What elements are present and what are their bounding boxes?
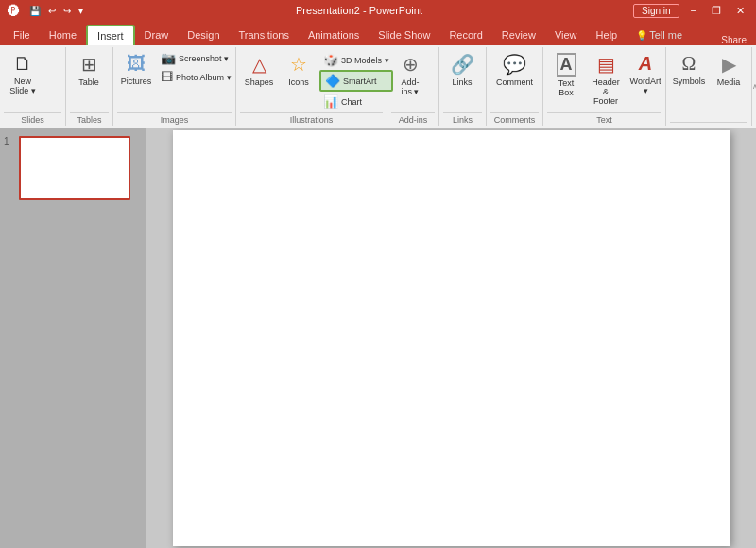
ribbon-collapse-button[interactable]: ∧ [751,47,756,126]
photo-album-label: Photo Album ▾ [176,73,232,82]
comments-group-label: Comments [490,112,539,126]
addins-label: Add-ins ▾ [401,77,419,96]
minimize-button[interactable]: − [687,5,700,16]
lightbulb-icon: 💡 [636,30,647,41]
tab-help[interactable]: Help [587,25,627,45]
tab-file[interactable]: File [4,25,40,45]
wordart-label: WordArt ▾ [630,77,662,95]
ribbon-group-tables: ⊞ Table Tables [66,47,113,126]
text-group-buttons: A TextBox ▤ Header& Footer A WordArt ▾ [547,47,662,112]
shapes-button[interactable]: △ Shapes [240,49,278,91]
icons-button[interactable]: ☆ Icons [280,49,318,91]
images-group-label: Images [117,112,232,126]
textbox-button[interactable]: A TextBox [547,49,585,101]
ribbon-group-comments: 💬 Comment Comments [487,47,543,126]
links-label: Links [452,77,472,87]
3d-models-button[interactable]: 🎲 3D Models ▾ [319,51,393,69]
media-button[interactable]: ▶ Media [710,49,747,91]
tab-animations[interactable]: Animations [299,25,369,45]
undo-qa-btn[interactable]: ↩ [46,6,58,16]
chart-icon: 📊 [323,94,338,109]
tab-design[interactable]: Design [178,25,229,45]
screenshot-button[interactable]: 📷 Screenshot ▾ [157,49,235,67]
tab-insert[interactable]: Insert [86,25,135,45]
ribbon-group-links: 🔗 Links Links [439,47,487,126]
shapes-label: Shapes [245,77,274,87]
ribbon-content: 🗋 NewSlide ▾ Slides ⊞ Table Tables 🖼 Pic [0,45,756,128]
tables-group-buttons: ⊞ Table [70,47,109,112]
comments-group-buttons: 💬 Comment [490,47,539,112]
ribbon-tab-bar: File Home Insert Draw Design Transitions… [0,21,756,45]
icons-icon: ☆ [290,53,307,76]
slide-number-1: 1 [4,136,15,146]
title-bar-left: 🅟 💾 ↩ ↪ ▾ [8,4,85,18]
new-slide-label: NewSlide ▾ [9,77,36,95]
tab-review[interactable]: Review [492,25,545,45]
links-icon: 🔗 [451,53,474,76]
new-slide-button[interactable]: 🗋 NewSlide ▾ [4,49,42,99]
screenshot-label: Screenshot ▾ [179,54,229,63]
pictures-button[interactable]: 🖼 Pictures [117,49,155,90]
addins-button[interactable]: ⊕ Add-ins ▾ [391,49,429,100]
new-slide-icon: 🗋 [13,53,32,75]
media-icon: ▶ [722,53,736,76]
smartart-icon: 🔷 [325,74,340,88]
more-qa-btn[interactable]: ▾ [77,6,85,16]
addins-icon: ⊕ [403,53,419,76]
close-button[interactable]: ✕ [732,5,748,17]
textbox-label: TextBox [558,78,575,97]
smartart-button[interactable]: 🔷 SmartArt [319,70,393,92]
links-button[interactable]: 🔗 Links [443,49,481,91]
save-qa-btn[interactable]: 💾 [27,6,43,16]
images-group-buttons: 🖼 Pictures 📷 Screenshot ▾ 🎞 Photo Album … [117,47,232,112]
photo-album-button[interactable]: 🎞 Photo Album ▾ [157,68,235,86]
slides-group-label: Slides [4,112,61,126]
chart-label: Chart [341,97,362,107]
symbols-group-buttons: Ω Symbols ▶ Media [670,47,747,122]
symbols-icon: Ω [682,53,696,75]
tab-slide-show[interactable]: Slide Show [369,25,439,45]
tab-draw[interactable]: Draw [135,25,179,45]
tab-record[interactable]: Record [439,25,491,45]
slide-canvas-area [146,128,756,548]
symbols-label: Symbols [673,77,706,86]
ribbon-group-images: 🖼 Pictures 📷 Screenshot ▾ 🎞 Photo Album … [113,47,236,126]
powerpoint-logo: 🅟 [8,4,20,18]
comment-icon: 💬 [503,53,526,76]
links-group-buttons: 🔗 Links [443,47,482,112]
quick-access-toolbar: 💾 ↩ ↪ ▾ [27,6,85,16]
table-button[interactable]: ⊞ Table [70,49,108,91]
slide-canvas[interactable] [173,130,730,546]
restore-button[interactable]: ❐ [708,5,725,17]
chart-button[interactable]: 📊 Chart [319,93,393,111]
redo-qa-btn[interactable]: ↪ [61,6,73,16]
media-label: Media [717,77,741,87]
textbox-icon: A [557,53,576,77]
slide-panel: 1 [0,128,146,548]
photo-album-icon: 🎞 [161,70,173,84]
slides-group-buttons: 🗋 NewSlide ▾ [4,47,61,112]
3d-models-icon: 🎲 [323,53,338,67]
symbols-button[interactable]: Ω Symbols [670,49,708,90]
slide-thumbnail-1[interactable] [19,136,130,200]
ribbon: 🗋 NewSlide ▾ Slides ⊞ Table Tables 🖼 Pic [0,45,756,128]
header-footer-button[interactable]: ▤ Header& Footer [587,49,625,110]
addins-group-buttons: ⊕ Add-ins ▾ [391,47,435,112]
tables-group-label: Tables [70,112,109,126]
screenshot-icon: 📷 [161,51,176,65]
sign-in-button[interactable]: Sign in [633,4,679,18]
share-button[interactable]: Share [721,35,747,45]
comment-button[interactable]: 💬 Comment [490,49,539,91]
3d-models-label: 3D Models ▾ [341,56,389,65]
tab-home[interactable]: Home [40,25,86,45]
ribbon-group-addins: ⊕ Add-ins ▾ Add-ins [387,47,439,126]
tab-transitions[interactable]: Transitions [230,25,299,45]
tab-view[interactable]: View [545,25,587,45]
wordart-button[interactable]: A WordArt ▾ [627,49,664,99]
main-area: 1 [0,128,756,548]
icons-label: Icons [288,77,309,87]
tab-tell-me[interactable]: 💡 Tell me [627,25,692,45]
ribbon-group-slides: 🗋 NewSlide ▾ Slides [0,47,66,126]
header-footer-icon: ▤ [597,53,615,76]
links-group-label: Links [443,112,482,126]
